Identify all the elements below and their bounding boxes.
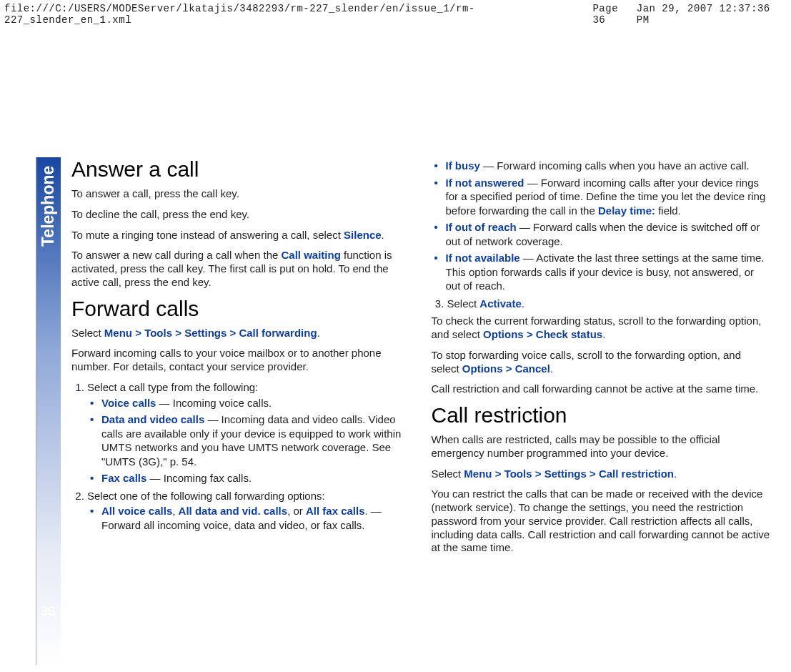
paragraph: To check the current forwarding status, … bbox=[432, 315, 772, 342]
text: Select one of the following call forward… bbox=[87, 490, 325, 502]
ui-term-tools: Tools bbox=[504, 468, 532, 480]
ui-term-check-status: Check status bbox=[536, 328, 602, 340]
text: Select bbox=[447, 297, 480, 310]
ui-term-if-out-of-reach: If out of reach bbox=[446, 221, 517, 233]
step-1: Select a call type from the following: V… bbox=[87, 381, 412, 485]
list-item: Data and video calls — Incoming data and… bbox=[101, 412, 412, 468]
file-path: file:///C:/USERS/MODEServer/lkatajis/348… bbox=[4, 3, 592, 26]
ui-term-voice-calls: Voice calls bbox=[101, 397, 156, 409]
list-item: Voice calls — Incoming voice calls. bbox=[101, 396, 412, 410]
list-item: If busy — Forward incoming calls when yo… bbox=[446, 159, 772, 173]
ui-term-settings: Settings bbox=[544, 468, 587, 480]
ui-term-tools: Tools bbox=[144, 327, 172, 339]
left-column: Answer a call To answer a call, press th… bbox=[71, 157, 412, 665]
forward-steps-cont: Select Activate. bbox=[432, 297, 772, 311]
paragraph: To decline the call, press the end key. bbox=[71, 208, 412, 222]
ui-term-fax-calls: Fax calls bbox=[101, 472, 146, 484]
ui-term-call-waiting: Call waiting bbox=[282, 249, 341, 261]
paragraph: To answer a new call during a call when … bbox=[71, 249, 412, 289]
ui-term-if-busy: If busy bbox=[446, 159, 480, 172]
forward-options-cont: If busy — Forward incoming calls when yo… bbox=[432, 159, 772, 293]
text: Select bbox=[432, 468, 464, 480]
paragraph: You can restrict the calls that can be m… bbox=[432, 488, 772, 555]
ui-term-options: Options bbox=[483, 328, 524, 340]
list-item: If not available — Activate the last thr… bbox=[446, 251, 772, 293]
ui-term-call-restriction: Call restriction bbox=[599, 468, 674, 480]
ui-term-menu: Menu bbox=[464, 468, 492, 480]
heading-call-restriction: Call restriction bbox=[432, 403, 772, 428]
text: . bbox=[317, 327, 320, 339]
paragraph: To mute a ringing tone instead of answer… bbox=[71, 229, 412, 242]
forward-options-top: All voice calls, All data and vid. calls… bbox=[87, 504, 412, 532]
paragraph: Select Menu > Tools > Settings > Call fo… bbox=[71, 327, 412, 340]
step-2: Select one of the following call forward… bbox=[87, 490, 412, 533]
forward-steps: Select a call type from the following: V… bbox=[71, 381, 412, 533]
step-3: Select Activate. bbox=[447, 297, 772, 311]
text: To answer a new call during a call when … bbox=[71, 249, 282, 261]
ui-term-all-data: All data and vid. calls bbox=[179, 505, 288, 517]
text: To mute a ringing tone instead of answer… bbox=[71, 229, 344, 241]
text: . bbox=[602, 328, 605, 340]
breadcrumb-separator: > bbox=[230, 327, 237, 339]
breadcrumb-separator: > bbox=[527, 328, 533, 340]
paragraph: To answer a call, press the call key. bbox=[71, 187, 412, 201]
paragraph: Forward incoming calls to your voice mai… bbox=[71, 347, 412, 374]
list-item: Fax calls — Incoming fax calls. bbox=[101, 471, 412, 485]
breadcrumb-separator: > bbox=[495, 468, 502, 480]
text: field. bbox=[655, 204, 681, 217]
breadcrumb-separator: > bbox=[535, 468, 542, 480]
text: Select a call type from the following: bbox=[87, 381, 258, 393]
ui-term-menu: Menu bbox=[104, 327, 132, 339]
heading-answer-call: Answer a call bbox=[71, 157, 412, 182]
ui-term-delay-time: Delay time: bbox=[598, 204, 655, 217]
right-column: If busy — Forward incoming calls when yo… bbox=[432, 157, 772, 665]
paragraph: Select Menu > Tools > Settings > Call re… bbox=[432, 468, 772, 481]
ui-term-activate: Activate bbox=[479, 297, 521, 310]
list-item: All voice calls, All data and vid. calls… bbox=[101, 504, 412, 532]
text: . bbox=[522, 297, 524, 310]
print-timestamp: Jan 29, 2007 12:37:36 PM bbox=[637, 3, 787, 26]
text: Select bbox=[71, 327, 104, 339]
ui-term-all-voice: All voice calls bbox=[101, 505, 172, 517]
text: . bbox=[550, 362, 553, 375]
text: , or bbox=[287, 505, 306, 517]
text: — Incoming voice calls. bbox=[156, 397, 272, 409]
ui-term-settings: Settings bbox=[184, 327, 227, 339]
text: , bbox=[172, 505, 178, 517]
breadcrumb-separator: > bbox=[506, 362, 512, 375]
text: . bbox=[382, 229, 384, 241]
breadcrumb-separator: > bbox=[175, 327, 181, 339]
breadcrumb-separator: > bbox=[135, 327, 141, 339]
text: . bbox=[674, 468, 677, 480]
ui-term-cancel: Cancel bbox=[515, 362, 550, 375]
heading-forward-calls: Forward calls bbox=[71, 297, 412, 321]
ui-term-if-not-available: If not available bbox=[446, 252, 520, 264]
paragraph: When calls are restricted, calls may be … bbox=[432, 433, 772, 460]
ui-term-call-forwarding: Call forwarding bbox=[239, 327, 317, 339]
call-types: Voice calls — Incoming voice calls. Data… bbox=[87, 396, 412, 485]
page-label: Page 36 bbox=[592, 3, 636, 26]
list-item: If out of reach — Forward calls when the… bbox=[446, 220, 772, 248]
ui-term-data-video-calls: Data and video calls bbox=[101, 413, 204, 425]
ui-term-silence: Silence bbox=[344, 229, 382, 241]
text: — Forward incoming calls when you have a… bbox=[480, 159, 750, 172]
print-header: file:///C:/USERS/MODEServer/lkatajis/348… bbox=[0, 0, 791, 29]
ui-term-options: Options bbox=[462, 362, 503, 375]
breadcrumb-separator: > bbox=[589, 468, 596, 480]
ui-term-if-not-answered: If not answered bbox=[446, 177, 524, 189]
list-item: If not answered — Forward incoming calls… bbox=[446, 176, 772, 218]
text: — Incoming fax calls. bbox=[146, 472, 252, 484]
ui-term-all-fax: All fax calls bbox=[306, 505, 365, 517]
paragraph: Call restriction and call forwarding can… bbox=[432, 382, 772, 396]
paragraph: To stop forwarding voice calls, scroll t… bbox=[432, 349, 772, 376]
